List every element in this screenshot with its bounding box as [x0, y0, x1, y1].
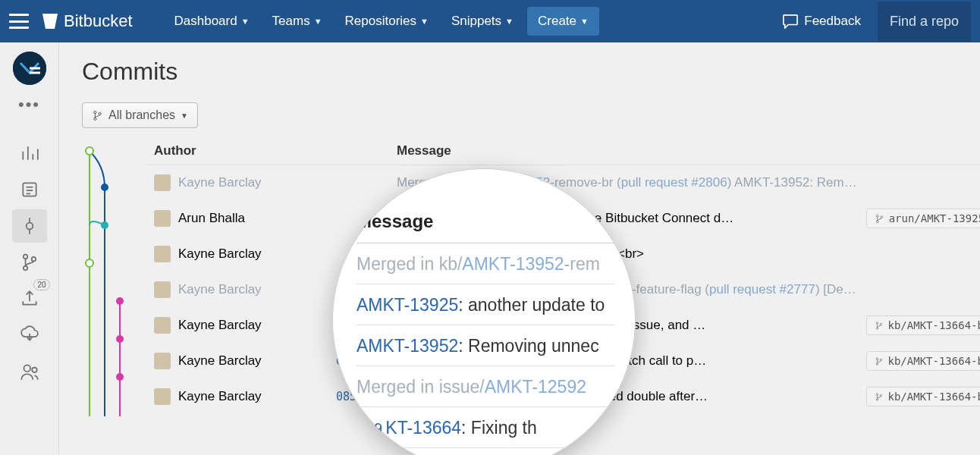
branch-icon — [92, 110, 103, 121]
branch-tag[interactable]: kb/AMKT-13664-back… — [866, 387, 980, 406]
svg-point-35 — [876, 362, 878, 364]
branch-cell: kb/AMKT-13664-back… — [866, 387, 980, 406]
avatar — [154, 174, 171, 191]
commit-message[interactable]: AMKT-13664: Fixing Sales dashboard fetch… — [397, 353, 866, 369]
commit-message[interactable]: Merged in issue/AMKT-12592-remove-v3-fea… — [397, 282, 866, 297]
bitbucket-logo-icon — [42, 14, 58, 29]
svg-point-16 — [94, 118, 96, 120]
commit-row[interactable]: Kayne Barclay619AMKT-13664: Fixing Sales… — [146, 344, 980, 379]
users-icon[interactable] — [12, 355, 47, 388]
svg-point-32 — [876, 327, 878, 328]
upload-badge: 20 — [33, 279, 49, 290]
nav-repositories[interactable]: Repositories▼ — [336, 8, 438, 35]
commit-message[interactable]: AMKT-13925: another update to the Bitbuc… — [397, 211, 866, 226]
content: Commits All branches ▼ — [59, 42, 980, 455]
commit-row[interactable]: Kayne BarclayMerged in issue/AMKT-12592-… — [146, 272, 980, 308]
top-navbar: Bitbucket Dashboard▼ Teams▼ Repositories… — [0, 0, 980, 42]
source-icon[interactable] — [12, 173, 47, 206]
author-cell: Arun Bhalla — [146, 210, 336, 227]
svg-point-28 — [876, 215, 878, 217]
svg-point-36 — [880, 359, 881, 360]
sidebar: ••• 20 — [0, 42, 59, 455]
author-cell: Kayne Barclay — [146, 353, 336, 369]
avatar — [154, 246, 171, 262]
nav-snippets[interactable]: Snippets▼ — [442, 8, 523, 35]
svg-point-10 — [23, 255, 27, 259]
author-name: Kayne Barclay — [178, 318, 262, 333]
avatar — [154, 388, 171, 405]
avatar — [154, 281, 171, 298]
commit-row[interactable]: Kayne BarclayAMKT-13664: Fixing the rema… — [146, 308, 980, 344]
svg-point-21 — [86, 147, 93, 155]
brand[interactable]: Bitbucket — [42, 11, 133, 31]
chevron-down-icon: ▼ — [420, 17, 429, 26]
chevron-down-icon: ▼ — [580, 17, 589, 26]
more-icon[interactable]: ••• — [12, 88, 47, 121]
author-name: Kayne Barclay — [178, 389, 262, 404]
svg-point-26 — [116, 335, 124, 343]
activity-icon[interactable] — [12, 136, 47, 170]
nav-dashboard[interactable]: Dashboard▼ — [165, 8, 259, 35]
nav-teams[interactable]: Teams▼ — [263, 8, 331, 35]
author-cell: Kayne Barclay — [146, 281, 336, 298]
branch-cell: kb/AMKT-13664-back… — [866, 315, 980, 335]
commit-row[interactable]: Kayne BarclayMerged in kb/AMKT-13952-rem… — [146, 165, 980, 201]
branch-cell: arun/AMKT-13925 — [866, 209, 980, 228]
svg-point-7 — [26, 223, 33, 230]
author-name: Kayne Barclay — [178, 175, 262, 190]
chevron-down-icon: ▼ — [314, 17, 322, 26]
commit-hash[interactable]: 619 — [336, 354, 397, 368]
avatar — [154, 317, 171, 334]
svg-point-31 — [876, 322, 878, 323]
chevron-down-icon: ▼ — [505, 17, 514, 26]
svg-point-11 — [23, 266, 27, 270]
branches-icon[interactable] — [12, 246, 47, 279]
svg-point-22 — [101, 184, 108, 191]
svg-point-23 — [101, 221, 108, 229]
upload-icon[interactable]: 20 — [12, 282, 47, 315]
menu-icon[interactable] — [9, 14, 29, 29]
commits-icon[interactable] — [12, 209, 47, 243]
author-name: Kayne Barclay — [178, 246, 262, 262]
avatar — [154, 210, 171, 227]
branch-selector[interactable]: All branches ▼ — [82, 102, 198, 128]
svg-point-27 — [116, 373, 124, 381]
branch-selector-label: All branches — [108, 108, 175, 122]
commit-message[interactable]: AMKT-13952: Removing unnecessary <br> — [397, 246, 866, 262]
svg-point-17 — [99, 112, 101, 115]
svg-point-13 — [24, 365, 30, 372]
table-header: Author Message — [146, 143, 980, 165]
feedback-label: Feedback — [804, 14, 861, 29]
commit-hash[interactable]: 0856f15 — [336, 390, 397, 403]
commit-message[interactable]: AMKT-13664: Fixing tests and removed dou… — [397, 389, 866, 404]
create-button[interactable]: Create▼ — [527, 7, 599, 36]
svg-point-37 — [876, 393, 878, 394]
branch-tag[interactable]: kb/AMKT-13664-back… — [866, 351, 980, 371]
commit-row[interactable]: Arun BhallaAMKT-13925: another update to… — [146, 201, 980, 237]
commit-message[interactable]: Merged in kb/AMKT-13952-remove-br (pull … — [397, 175, 866, 190]
avatar — [154, 353, 171, 369]
svg-point-34 — [876, 357, 878, 359]
svg-point-24 — [86, 259, 93, 267]
download-icon[interactable] — [12, 318, 47, 352]
commit-row[interactable]: Kayne Barclay0856f15AMKT-13664: Fixing t… — [146, 379, 980, 415]
col-author-header: Author — [146, 143, 336, 158]
svg-point-38 — [876, 398, 878, 400]
commit-message[interactable]: AMKT-13664: Fixing the remaining fetch i… — [397, 318, 866, 333]
repo-avatar-icon[interactable] — [13, 52, 46, 85]
author-cell: Kayne Barclay — [146, 174, 336, 191]
search-input[interactable]: Find a repo — [878, 2, 971, 42]
commit-row[interactable]: Kayne BarclayAMKT-13952: Removing unnece… — [146, 237, 980, 272]
svg-point-33 — [880, 323, 881, 325]
author-name: Kayne Barclay — [178, 353, 262, 369]
branch-tag[interactable]: arun/AMKT-13925 — [866, 209, 980, 228]
feedback-icon — [782, 14, 799, 29]
svg-point-30 — [881, 215, 883, 218]
brand-label: Bitbucket — [64, 11, 133, 31]
branch-tag[interactable]: kb/AMKT-13664-back… — [866, 315, 980, 335]
feedback-link[interactable]: Feedback — [782, 14, 861, 29]
author-cell: Kayne Barclay — [146, 246, 336, 262]
author-name: Arun Bhalla — [178, 211, 245, 226]
svg-point-39 — [880, 394, 881, 396]
commits-table: Author Message Kayne BarclayMerged in kb… — [146, 143, 980, 419]
